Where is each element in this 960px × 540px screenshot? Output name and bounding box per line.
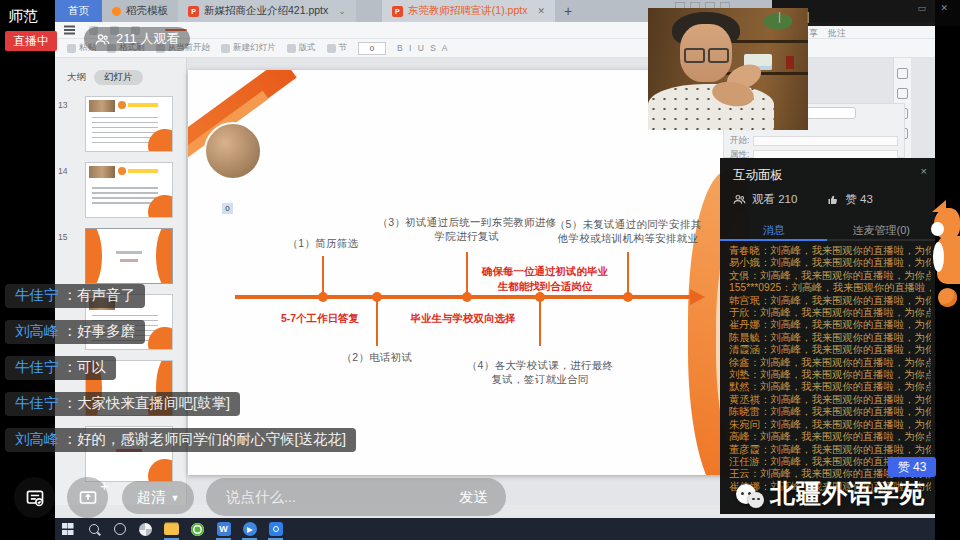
panel-message: 高峰刘高峰，我来围观你的直播啦，为你点赞！ bbox=[729, 431, 931, 443]
anim-start-select[interactable] bbox=[753, 136, 898, 146]
like-count: 赞 43 bbox=[827, 192, 873, 207]
cortana-icon[interactable] bbox=[111, 518, 128, 540]
font-size-box[interactable]: 0 bbox=[358, 42, 386, 55]
slide-thumbnail-selected[interactable] bbox=[85, 228, 173, 284]
chat-message: 刘高峰好的，感谢老师同学们的耐心守候[送花花] bbox=[5, 428, 356, 452]
thumbs-up-icon bbox=[827, 194, 839, 206]
fox-mascot-sticker bbox=[930, 200, 960, 312]
chat-list-icon bbox=[25, 488, 45, 508]
timeline-step-4: （4）各大学校试课，进行最终 复试，签订就业合同 bbox=[435, 358, 645, 386]
tab-outline[interactable]: 大纲 bbox=[67, 71, 86, 84]
panel-message: 崔丹娜刘高峰，我来围观你的直播啦，为你点赞！ bbox=[729, 319, 931, 331]
panel-close-icon[interactable]: × bbox=[921, 165, 927, 177]
like-count-badge[interactable]: 赞 43 bbox=[888, 457, 936, 477]
live-action-bar bbox=[765, 8, 823, 24]
comment-bar: 发送 bbox=[206, 478, 506, 516]
active-tab-underline bbox=[720, 239, 827, 241]
presenter-shirt bbox=[648, 84, 774, 130]
slide-photo-circle bbox=[204, 122, 262, 180]
toolbar-button[interactable]: 节 bbox=[327, 42, 348, 54]
wechat-bubble-icon bbox=[748, 492, 764, 508]
comment-button[interactable]: 批注 bbox=[828, 27, 846, 40]
pc-manager-icon[interactable] bbox=[137, 518, 154, 540]
browser-360-icon[interactable] bbox=[189, 518, 206, 540]
presenter-webcam bbox=[648, 8, 808, 130]
comment-input[interactable] bbox=[224, 488, 449, 506]
window-controls[interactable]: ▭ ✕ bbox=[917, 3, 954, 13]
screen-share-icon bbox=[78, 488, 98, 508]
slide-red-note-3: 确保每一位通过初试的毕业 生都能找到合适岗位 bbox=[460, 264, 630, 293]
thumb-number: 15 bbox=[58, 232, 67, 242]
chat-message: 牛佳宁可以 bbox=[5, 356, 356, 380]
live-action-button[interactable] bbox=[794, 8, 823, 24]
chat-message: 牛佳宁大家快来直播间吧[鼓掌] bbox=[5, 392, 356, 416]
panel-title: 互动面板 bbox=[733, 167, 783, 184]
live-stream-screen: 首页 稻壳模板 P新媒招商企业介绍421.pptx⌄ P东莞教师招聘宣讲(1).… bbox=[0, 0, 960, 540]
tab-slides[interactable]: 幻灯片 bbox=[94, 70, 143, 85]
panel-message: 刘塾刘高峰，我来围观你的直播啦，为你点赞！ bbox=[729, 369, 931, 381]
meeting-app-icon[interactable] bbox=[241, 518, 258, 540]
watch-count: 观看 210 bbox=[733, 192, 797, 207]
thumb-number: 14 bbox=[58, 166, 67, 176]
slide-red-note-2: 毕业生与学校双向选择 bbox=[383, 311, 543, 326]
glasses bbox=[708, 48, 729, 63]
chat-message: 刘高峰好事多磨 bbox=[5, 320, 356, 344]
tab-wps-home[interactable]: 首页 bbox=[55, 0, 102, 22]
panel-message: 董彦霞刘高峰，我来围观你的直播啦，为你点赞！ bbox=[729, 444, 931, 456]
slide-thumbnail[interactable] bbox=[85, 162, 173, 218]
timeline-step-5: （5）未复试通过的同学安排其 他学校或培训机构等安排就业 bbox=[518, 217, 738, 245]
sidebar-icon[interactable] bbox=[897, 68, 908, 79]
animation-order-badge: 0 bbox=[222, 203, 233, 214]
slide-thumbnail[interactable] bbox=[85, 96, 173, 152]
viewers-icon bbox=[733, 193, 746, 206]
new-tab-button[interactable]: + bbox=[555, 0, 581, 22]
sidebar-icon[interactable] bbox=[897, 88, 908, 99]
file-explorer-icon[interactable] bbox=[163, 518, 180, 540]
hamburger-icon[interactable] bbox=[64, 29, 75, 31]
panel-message: 青春晓刘高峰，我来围观你的直播啦，为你点赞！ bbox=[729, 245, 931, 257]
toolbar-icon bbox=[327, 44, 336, 53]
windows-taskbar: W bbox=[55, 518, 935, 540]
docer-icon bbox=[112, 7, 121, 16]
toolbar-button[interactable]: 版式 bbox=[287, 42, 316, 54]
panel-message: 朱宛问刘高峰，我来围观你的直播啦，为你点赞！ bbox=[729, 419, 931, 431]
tab-close-icon[interactable]: ✕ bbox=[537, 6, 545, 16]
windows-start-icon[interactable] bbox=[59, 518, 76, 540]
font-format-controls[interactable]: B I U S A bbox=[397, 43, 450, 53]
chat-message: 牛佳宁有声音了 bbox=[5, 284, 356, 308]
live-action-button[interactable] bbox=[765, 8, 794, 24]
channel-label: 师范 bbox=[8, 7, 38, 26]
wps-office-icon[interactable]: W bbox=[215, 518, 232, 540]
panel-stats: 观看 210 赞 43 bbox=[733, 192, 873, 207]
panel-message: 韩宫珉刘高峰，我来围观你的直播啦，为你点赞！ bbox=[729, 295, 931, 307]
toolbar-button[interactable]: 新建幻灯片 bbox=[221, 42, 276, 54]
anim-start-label: 开始: bbox=[730, 135, 749, 147]
toolbar-icon bbox=[67, 44, 76, 53]
chat-panel-toggle-button[interactable] bbox=[14, 477, 55, 518]
tab-pin-icon[interactable]: ⌄ bbox=[338, 6, 346, 16]
panel-message: 陈晨毓刘高峰，我来围观你的直播啦，为你点赞！ bbox=[729, 332, 931, 344]
search-icon[interactable] bbox=[85, 518, 102, 540]
tab-docer[interactable]: 稻壳模板 bbox=[102, 0, 178, 22]
watermark: 北疆外语学苑 bbox=[736, 477, 926, 510]
toolbar-icon bbox=[287, 44, 296, 53]
ppt-file-icon: P bbox=[392, 6, 403, 17]
panel-message: 清霞涵刘高峰，我来围观你的直播啦，为你点赞！ bbox=[729, 344, 931, 356]
live-badge: 直播中 bbox=[5, 31, 57, 51]
tab-document-1[interactable]: P新媒招商企业介绍421.pptx⌄ bbox=[178, 0, 356, 22]
panel-message: 黄丞祺刘高峰，我来围观你的直播啦，为你点赞！ bbox=[729, 394, 931, 406]
camera-app-icon[interactable] bbox=[267, 518, 284, 540]
watermark-text: 北疆外语学苑 bbox=[770, 477, 926, 510]
thumb-photo bbox=[89, 100, 115, 112]
send-button[interactable]: 发送 bbox=[459, 488, 488, 507]
timeline-arrowhead bbox=[690, 289, 705, 305]
toolbar-icon bbox=[221, 44, 230, 53]
tab-document-2-active[interactable]: P东莞教师招聘宣讲(1).pptx✕ bbox=[382, 0, 555, 22]
panel-message: 文俱刘高峰，我来围观你的直播啦，为你点赞！ bbox=[729, 270, 931, 282]
ppt-file-icon: P bbox=[188, 6, 199, 17]
thumb-number: 13 bbox=[58, 100, 67, 110]
panel-message: 陈晓雷刘高峰，我来围观你的直播啦，为你点赞！ bbox=[729, 406, 931, 418]
panel-message: 易小娥刘高峰，我来围观你的直播啦，为你点赞！ bbox=[729, 257, 931, 269]
quality-selector[interactable]: 超清 ▼ bbox=[122, 481, 194, 514]
panel-message: 155***0925刘高峰，我来围观你的直播啦，为你点赞！ bbox=[729, 282, 931, 294]
